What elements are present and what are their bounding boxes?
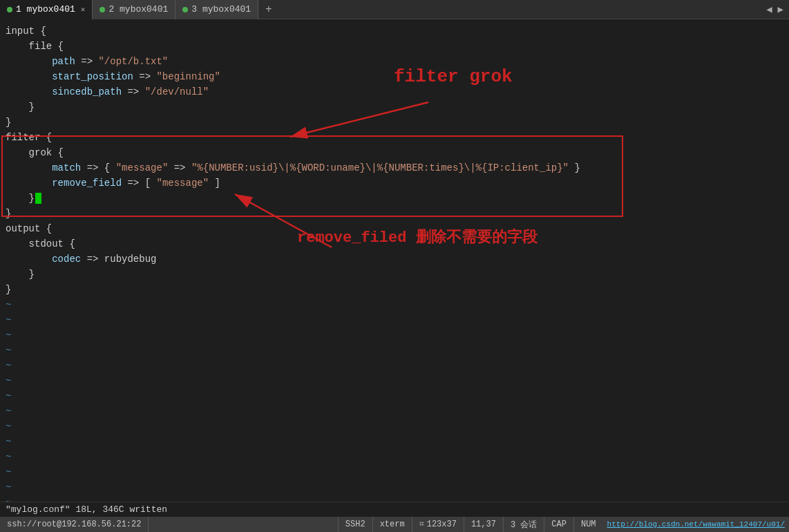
code-line-20: ~ xyxy=(6,327,789,343)
code-line-26: ~ xyxy=(6,419,789,434)
tab-1-dot xyxy=(7,7,12,12)
code-line-7: filter { xyxy=(6,130,789,145)
editor: input { file { path => "/opt/b.txt" star… xyxy=(0,19,789,517)
code-line-5: } xyxy=(6,99,789,115)
code-line-4: sincedb_path => "/dev/null" xyxy=(6,84,789,99)
code-line-6: } xyxy=(6,115,789,130)
code-line-25: ~ xyxy=(6,403,789,419)
tab-2-dot xyxy=(99,7,105,12)
bottom-bar: ssh://root@192.168.56.21:22 SSH2 xterm ⌗… xyxy=(0,517,789,532)
sessions-section: 3 会话 xyxy=(503,517,544,532)
code-line-3: start_position => "beginning" xyxy=(6,69,789,84)
cap-section: CAP xyxy=(544,517,573,532)
tab-1-close[interactable]: ✕ xyxy=(81,5,86,14)
code-line-8: grok { xyxy=(6,145,789,160)
code-line-30: ~ xyxy=(6,479,789,495)
code-line-2: path => "/opt/b.txt" xyxy=(6,54,789,69)
code-line-12: } xyxy=(6,206,789,221)
code-line-28: ~ xyxy=(6,449,789,464)
code-line-15: codec => rubydebug xyxy=(6,251,789,267)
ssh2-label: SSH2 xyxy=(345,520,365,529)
num-value: NUM xyxy=(581,520,596,529)
code-line-18: ~ xyxy=(6,297,789,312)
code-line-24: ~ xyxy=(6,388,789,403)
code-line-0: input { xyxy=(6,23,789,39)
tab-1-label: 1 mybox0401 xyxy=(16,4,75,15)
code-line-22: ~ xyxy=(6,358,789,373)
code-line-1: file { xyxy=(6,39,789,54)
ssh-label: ssh://root@192.168.56.21:22 xyxy=(7,520,141,529)
code-line-19: ~ xyxy=(6,312,789,327)
tab-2-label: 2 mybox0401 xyxy=(108,4,168,15)
code-line-14: stdout { xyxy=(6,236,789,251)
ssh-section: ssh://root@192.168.56.21:22 xyxy=(0,517,149,532)
code-line-13: output { xyxy=(6,221,789,236)
code-line-27: ~ xyxy=(6,434,789,449)
size-section: ⌗ 123x37 xyxy=(412,517,464,532)
xterm-section: xterm xyxy=(372,517,412,532)
code-line-23: ~ xyxy=(6,373,789,388)
code-line-17: } xyxy=(6,282,789,297)
tab-nav-next[interactable]: ▶ xyxy=(775,3,786,15)
position-value: 11,37 xyxy=(471,520,496,529)
sessions-value: 3 会话 xyxy=(511,519,537,531)
position-section: 11,37 xyxy=(464,517,503,532)
cap-value: CAP xyxy=(551,520,567,529)
new-tab-button[interactable]: + xyxy=(258,0,279,19)
tab-nav-prev[interactable]: ◀ xyxy=(763,3,774,15)
tab-3-label: 3 mybox0401 xyxy=(191,4,251,15)
size-value: 123x37 xyxy=(427,520,457,529)
code-line-9: match => { "message" => "%{NUMBER:usid}\… xyxy=(6,160,789,175)
xterm-label: xterm xyxy=(380,520,405,529)
tab-1[interactable]: 1 mybox0401 ✕ xyxy=(0,0,93,19)
tab-3-dot xyxy=(182,7,188,12)
tab-3[interactable]: 3 mybox0401 xyxy=(175,0,258,19)
blog-link[interactable]: http://blog.csdn.net/wawamit_12407/u01/ xyxy=(603,520,789,529)
code-line-29: ~ xyxy=(6,464,789,479)
code-line-16: } xyxy=(6,267,789,282)
tab-bar: 1 mybox0401 ✕ 2 mybox0401 3 mybox0401 + … xyxy=(0,0,789,19)
size-label: ⌗ xyxy=(419,520,424,529)
cursor xyxy=(35,193,41,204)
num-section: NUM xyxy=(573,517,603,532)
code-line-21: ~ xyxy=(6,343,789,358)
tab-2[interactable]: 2 mybox0401 xyxy=(93,0,175,19)
written-status: "mylog.conf" 18L, 346C written xyxy=(0,502,789,517)
code-area[interactable]: input { file { path => "/opt/b.txt" star… xyxy=(0,19,789,514)
ssh2-section: SSH2 xyxy=(338,517,372,532)
code-line-10: remove_field => [ "message" ] xyxy=(6,175,789,191)
code-line-11: } xyxy=(6,191,789,206)
